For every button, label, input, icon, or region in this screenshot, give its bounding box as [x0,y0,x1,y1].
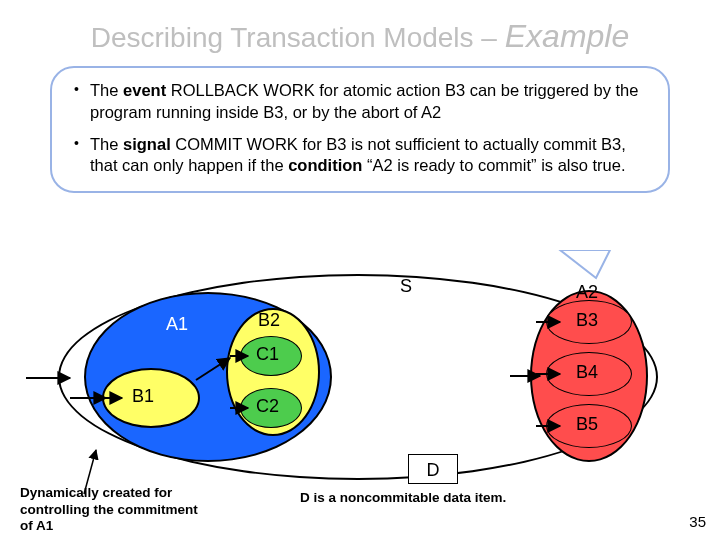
label-b5: B5 [576,414,598,435]
slide-title: Describing Transaction Models – Example [0,0,720,55]
label-b3: B3 [576,310,598,331]
title-emph: Example [505,18,630,54]
page-number: 35 [689,513,706,530]
bullet-2-kw1: signal [123,135,171,153]
d-note: D is a noncommitable data item. [300,490,506,505]
label-a1: A1 [166,314,188,335]
bullet-1-rest: ROLLBACK WORK for atomic action B3 can b… [90,81,638,121]
label-c1: C1 [256,344,279,365]
bullet-2: The signal COMMIT WORK for B3 is not suf… [72,134,648,178]
label-b4: B4 [576,362,598,383]
bullet-2-kw2: condition [288,156,362,174]
bullet-2-end: “A2 is ready to commit” is also true. [362,156,625,174]
label-d: D [427,460,440,480]
callout-box: The event ROLLBACK WORK for atomic actio… [50,66,670,193]
box-d: D [408,454,458,484]
callout-tail [560,250,610,278]
title-text: Describing Transaction Models – [91,22,505,53]
label-a2: A2 [576,282,598,303]
bullet-1: The event ROLLBACK WORK for atomic actio… [72,80,648,124]
label-b1: B1 [132,386,154,407]
dynamic-note: Dynamically created for controlling the … [20,485,200,534]
label-c2: C2 [256,396,279,417]
label-b2: B2 [258,310,280,331]
bullet-1-kw: event [123,81,166,99]
bullet-2-pre: The [90,135,123,153]
label-s: S [400,276,412,297]
bullet-1-pre: The [90,81,123,99]
